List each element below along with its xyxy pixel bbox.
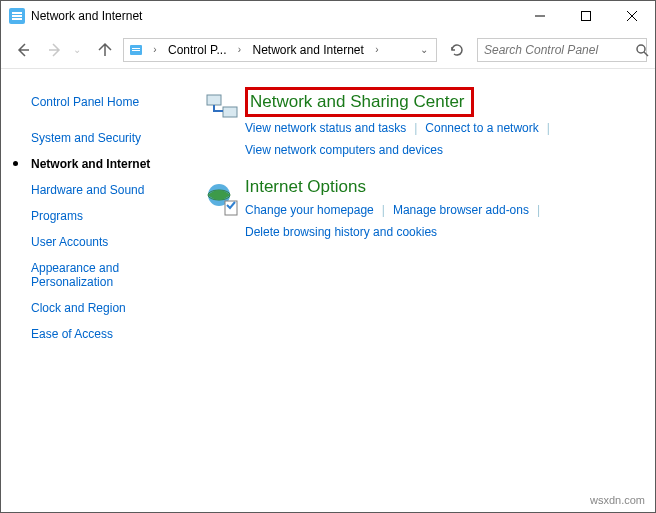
breadcrumb-network-internet[interactable]: Network and Internet — [248, 39, 367, 61]
section-network-sharing: Network and Sharing Center View network … — [201, 87, 635, 161]
content-area: Network and Sharing Center View network … — [201, 69, 655, 512]
address-dropdown[interactable]: ⌄ — [414, 44, 434, 55]
change-homepage-link[interactable]: Change your homepage — [245, 199, 374, 221]
sidebar-item-network-internet[interactable]: Network and Internet — [31, 151, 201, 177]
sidebar-item-system-security[interactable]: System and Security — [31, 125, 201, 151]
link-divider: | — [529, 199, 548, 221]
connect-to-network-link[interactable]: Connect to a network — [425, 117, 538, 139]
close-button[interactable] — [609, 1, 655, 31]
history-dropdown[interactable]: ⌄ — [73, 44, 87, 55]
view-network-computers-link[interactable]: View network computers and devices — [245, 139, 443, 161]
up-button[interactable] — [91, 36, 119, 64]
back-button[interactable] — [9, 36, 37, 64]
control-panel-icon — [9, 8, 25, 24]
sidebar: Control Panel Home System and Security N… — [1, 69, 201, 512]
body: Control Panel Home System and Security N… — [1, 69, 655, 512]
sidebar-item-programs[interactable]: Programs — [31, 203, 201, 229]
link-divider: | — [406, 117, 425, 139]
network-sharing-icon — [201, 87, 245, 161]
sidebar-item-clock-region[interactable]: Clock and Region — [31, 295, 201, 321]
maximize-icon — [581, 11, 591, 21]
breadcrumb-control-panel[interactable]: Control P... — [164, 39, 230, 61]
minimize-icon — [535, 11, 545, 21]
view-network-status-link[interactable]: View network status and tasks — [245, 117, 406, 139]
forward-button[interactable] — [41, 36, 69, 64]
internet-options-link[interactable]: Internet Options — [245, 177, 635, 199]
refresh-button[interactable] — [441, 38, 473, 62]
watermark: wsxdn.com — [590, 494, 645, 506]
manage-addons-link[interactable]: Manage browser add-ons — [393, 199, 529, 221]
svg-rect-5 — [207, 95, 221, 105]
toolbar: ⌄ › Control P... › Network and Internet … — [1, 31, 655, 69]
svg-rect-6 — [223, 107, 237, 117]
arrow-up-icon — [97, 42, 113, 58]
svg-point-4 — [637, 45, 645, 53]
svg-rect-2 — [132, 48, 140, 49]
section-details: Internet Options Change your homepage | … — [245, 177, 635, 243]
window-controls — [517, 1, 655, 31]
arrow-left-icon — [15, 42, 31, 58]
sidebar-item-appearance[interactable]: Appearance and Personalization — [31, 255, 161, 295]
arrow-right-icon — [47, 42, 63, 58]
close-icon — [627, 11, 637, 21]
breadcrumb-separator[interactable]: › — [370, 39, 384, 61]
delete-history-link[interactable]: Delete browsing history and cookies — [245, 221, 437, 243]
sidebar-item-user-accounts[interactable]: User Accounts — [31, 229, 201, 255]
control-panel-window: Network and Internet ⌄ › — [0, 0, 656, 513]
control-panel-home-link[interactable]: Control Panel Home — [31, 89, 201, 115]
network-sharing-center-link[interactable]: Network and Sharing Center — [250, 92, 465, 113]
refresh-icon — [450, 43, 464, 57]
maximize-button[interactable] — [563, 1, 609, 31]
link-divider: | — [374, 199, 393, 221]
section-details: Network and Sharing Center View network … — [245, 87, 635, 161]
sidebar-item-ease-of-access[interactable]: Ease of Access — [31, 321, 201, 347]
window-title: Network and Internet — [31, 9, 517, 23]
breadcrumb-separator[interactable]: › — [232, 39, 246, 61]
internet-options-icon — [201, 177, 245, 243]
address-bar[interactable]: › Control P... › Network and Internet › … — [123, 38, 437, 62]
link-divider: | — [539, 117, 558, 139]
titlebar: Network and Internet — [1, 1, 655, 31]
search-icon[interactable] — [635, 43, 649, 57]
address-icon — [126, 42, 146, 58]
section-internet-options: Internet Options Change your homepage | … — [201, 177, 635, 243]
svg-rect-3 — [132, 50, 140, 51]
minimize-button[interactable] — [517, 1, 563, 31]
breadcrumb-separator[interactable]: › — [148, 39, 162, 61]
svg-rect-0 — [582, 12, 591, 21]
highlight-annotation: Network and Sharing Center — [245, 87, 474, 117]
search-input[interactable] — [484, 43, 635, 57]
search-box[interactable] — [477, 38, 647, 62]
sidebar-item-hardware-sound[interactable]: Hardware and Sound — [31, 177, 201, 203]
